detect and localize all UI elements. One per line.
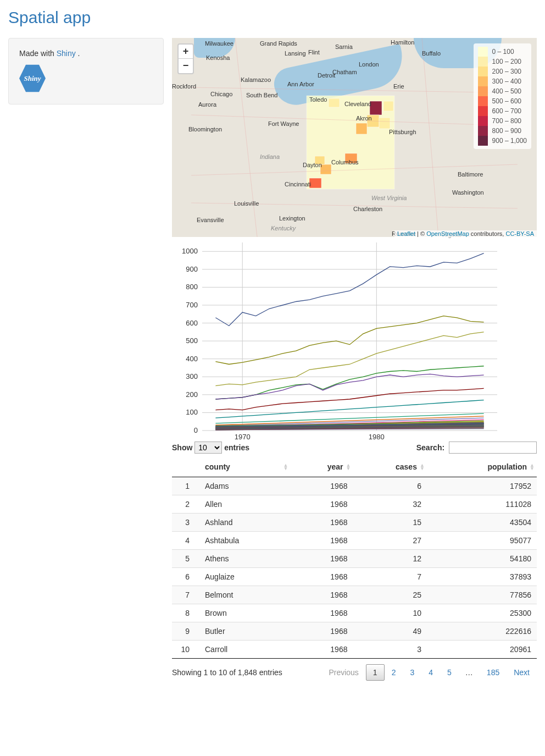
column-header[interactable]: county▲▼	[199, 457, 290, 477]
legend-item: 400 – 500	[478, 86, 527, 96]
svg-rect-7	[309, 178, 321, 188]
leaflet-map[interactable]: Milwaukee Grand Rapids Lansing Flint Sar…	[172, 38, 537, 237]
svg-text:700: 700	[186, 301, 198, 309]
table-info: Showing 1 to 10 of 1,848 entries	[172, 668, 282, 677]
table-row: 10Carroll1968320961	[172, 641, 537, 659]
shiny-logo-text: Shiny	[24, 74, 41, 83]
svg-text:800: 800	[186, 283, 198, 291]
shiny-link[interactable]: Shiny	[57, 49, 76, 58]
zoom-out-button[interactable]: −	[179, 59, 193, 73]
page-button[interactable]: 5	[440, 664, 459, 681]
legend-item: 800 – 900	[478, 126, 527, 136]
svg-rect-1	[370, 101, 382, 115]
page-ellipsis: …	[459, 665, 480, 680]
shiny-logo-icon: Shiny	[19, 63, 46, 93]
zoom-in-button[interactable]: +	[179, 45, 193, 59]
sidebar-panel: Made with Shiny . Shiny	[8, 38, 164, 104]
table-row: 9Butler196849222616	[172, 622, 537, 641]
map-legend: 0 – 100100 – 200200 – 300300 – 400400 – …	[474, 43, 531, 149]
legend-item: 200 – 300	[478, 67, 527, 76]
page-button[interactable]: 1	[366, 664, 385, 681]
svg-text:400: 400	[186, 355, 198, 363]
pagination: Previous12345…185Next	[321, 664, 537, 681]
svg-text:600: 600	[186, 319, 198, 327]
legend-item: 0 – 100	[478, 47, 527, 57]
column-header[interactable]: cases▲▼	[353, 457, 426, 477]
map-attribution: Leaflet | © OpenStreetMap contributors, …	[394, 230, 537, 237]
table-row: 6Auglaize1968737893	[172, 568, 537, 586]
svg-text:1980: 1980	[369, 433, 385, 441]
column-header[interactable]	[172, 457, 199, 477]
svg-rect-3	[356, 123, 367, 134]
svg-rect-8	[383, 101, 393, 111]
data-table: county▲▼year▲▼cases▲▼population▲▼ 1Adams…	[172, 457, 537, 659]
svg-text:200: 200	[186, 390, 198, 399]
svg-text:1970: 1970	[235, 433, 251, 441]
legend-item: 600 – 700	[478, 106, 527, 116]
svg-text:300: 300	[186, 372, 198, 380]
table-row: 3Ashland19681543504	[172, 514, 537, 532]
legend-item: 300 – 400	[478, 76, 527, 86]
svg-rect-10	[315, 156, 325, 164]
column-header[interactable]: population▲▼	[427, 457, 537, 477]
time-series-chart[interactable]: 0100200300400500600700800900100019701980	[172, 238, 537, 442]
table-row: 4Ashtabula19682795077	[172, 532, 537, 550]
page-button[interactable]: 185	[480, 664, 507, 681]
page-button[interactable]: 4	[421, 664, 440, 681]
page-title: Spatial app	[8, 8, 537, 27]
made-with-text: Made with Shiny .	[19, 49, 153, 58]
search-input[interactable]	[449, 442, 537, 454]
search-label: Search:	[416, 442, 537, 454]
svg-rect-5	[345, 153, 357, 163]
legend-item: 700 – 800	[478, 116, 527, 126]
table-row: 8Brown19681025300	[172, 604, 537, 622]
legend-item: 900 – 1,000	[478, 136, 527, 146]
leaflet-link[interactable]: Leaflet	[397, 230, 415, 237]
legend-item: 500 – 600	[478, 96, 527, 106]
svg-text:1000: 1000	[182, 247, 198, 255]
license-link[interactable]: CC-BY-SA	[505, 230, 534, 237]
page-button[interactable]: 2	[385, 664, 403, 681]
svg-rect-6	[320, 164, 331, 174]
svg-rect-9	[329, 98, 340, 107]
svg-text:500: 500	[186, 336, 198, 345]
length-select[interactable]: 102550100	[194, 442, 222, 454]
next-button[interactable]: Next	[507, 664, 537, 681]
osm-link[interactable]: OpenStreetMap	[426, 230, 469, 237]
length-label: Show 102550100 entries	[172, 442, 249, 454]
svg-text:100: 100	[186, 408, 198, 416]
table-row: 1Adams1968617952	[172, 477, 537, 495]
made-with-prefix: Made with	[19, 49, 57, 58]
column-header[interactable]: year▲▼	[290, 457, 353, 477]
prev-button: Previous	[321, 664, 365, 681]
zoom-control: + −	[177, 43, 194, 74]
legend-item: 100 – 200	[478, 57, 527, 67]
table-row: 2Allen196832111028	[172, 495, 537, 514]
made-with-suffix: .	[76, 49, 80, 58]
svg-text:900: 900	[186, 265, 198, 273]
ohio-choropleth	[191, 38, 518, 237]
table-row: 7Belmont19682577856	[172, 586, 537, 604]
page-button[interactable]: 3	[403, 664, 421, 681]
svg-rect-4	[379, 118, 390, 129]
table-row: 5Athens19681254180	[172, 550, 537, 568]
svg-text:0: 0	[194, 426, 198, 434]
